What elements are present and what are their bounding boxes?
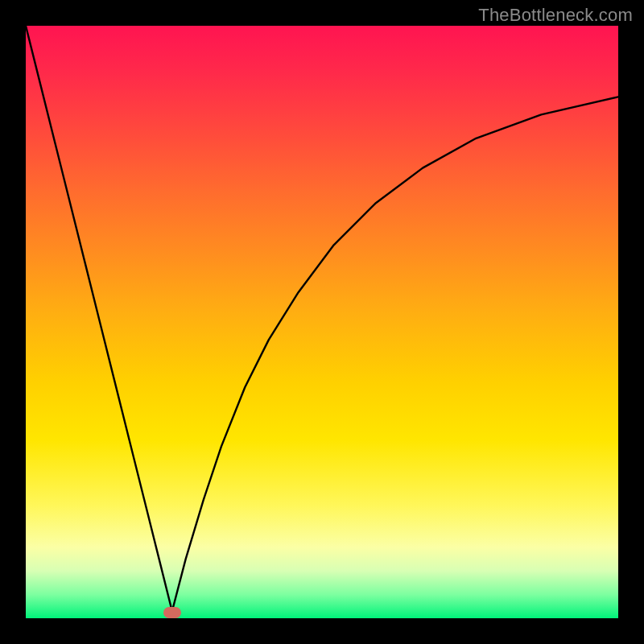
curve-path	[26, 26, 618, 611]
minimum-marker	[163, 607, 181, 618]
chart-curve	[26, 26, 618, 618]
watermark-label: TheBottleneck.com	[478, 5, 633, 26]
chart-frame: TheBottleneck.com	[0, 0, 644, 644]
plot-area	[26, 26, 618, 618]
